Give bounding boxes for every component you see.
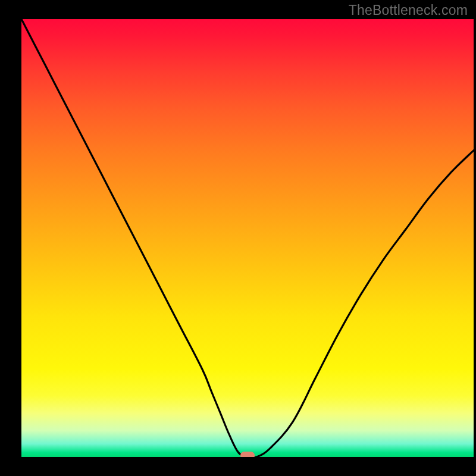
chart-frame: TheBottleneck.com [0, 0, 476, 476]
optimal-point-marker [240, 452, 255, 457]
bottleneck-curve [21, 19, 474, 457]
plot-area [21, 19, 474, 457]
watermark-text: TheBottleneck.com [349, 2, 468, 18]
